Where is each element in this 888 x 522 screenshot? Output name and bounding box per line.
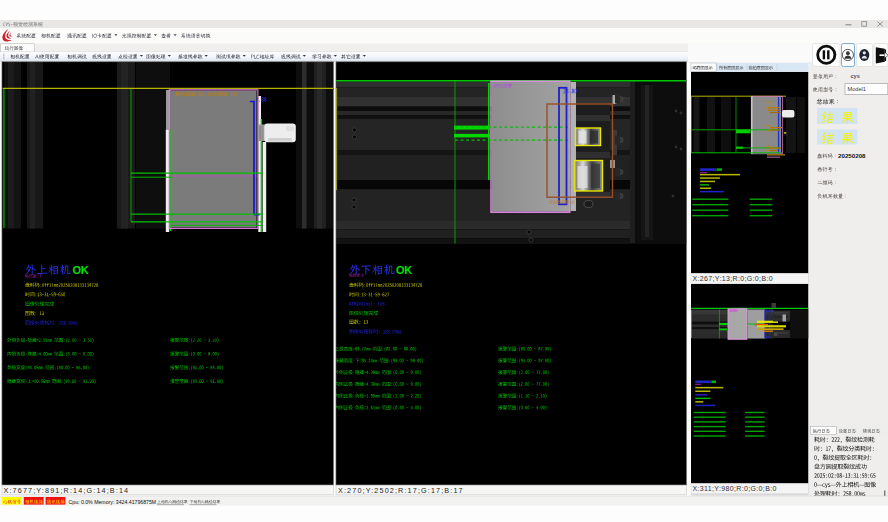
svg-text:Model1: Model1 [848,86,866,92]
svg-text:Cpu: 0.0% Memory: 3424.4179687: Cpu: 0.0% Memory: 3424.41796875M [69,499,157,505]
svg-text:OK: OK [396,264,412,276]
svg-text:20250208: 20250208 [838,152,866,159]
svg-text:X:7677;Y:891;R:14;G:14;B:14: X:7677;Y:891;R:14;G:14;B:14 [4,486,130,495]
svg-text:X:267;Y:13;R:0;G:0;B:0: X:267;Y:13;R:0;G:0;B:0 [693,275,773,282]
svg-text:X:311;Y:980;R:0;G:0;B:0: X:311;Y:980;R:0;G:0;B:0 [693,485,777,492]
svg-text:OK: OK [73,264,89,276]
svg-text:cys: cys [851,73,860,79]
svg-text:X:270;Y:2502;R:17;G:17;B:17: X:270;Y:2502;R:17;G:17;B:17 [338,486,464,495]
